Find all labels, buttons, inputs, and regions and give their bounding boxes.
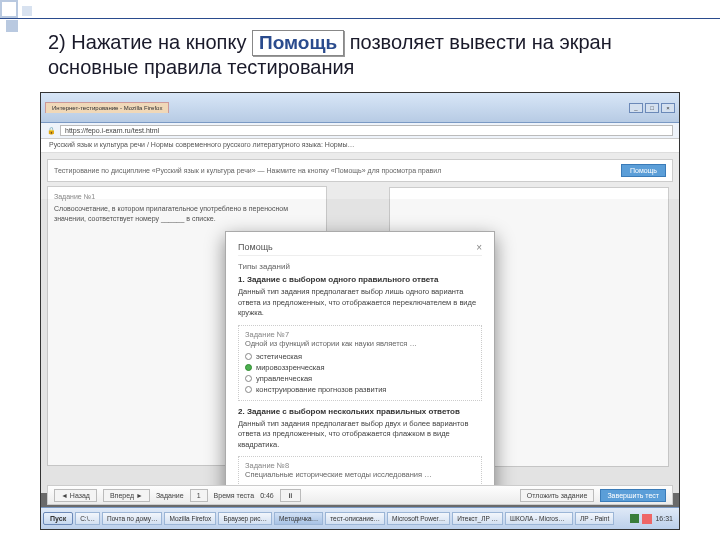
browser-screenshot: Интернет-тестирование - Mozilla Firefox …: [40, 92, 680, 530]
tray-icon[interactable]: [642, 514, 652, 524]
question-header-text: Тестирование по дисциплине «Русский язык…: [54, 167, 441, 174]
modal-title: Помощь: [238, 242, 273, 253]
pause-button[interactable]: ⏸: [280, 489, 301, 502]
example-option[interactable]: конструирование прогнозов развития: [245, 385, 475, 394]
clock: 16:31: [655, 515, 673, 522]
test-content-area: Тестирование по дисциплине «Русский язык…: [41, 153, 679, 493]
modal-example2: Задание №8 Специальные исторические мето…: [238, 456, 482, 488]
close-button[interactable]: ×: [661, 103, 675, 113]
question-header: Тестирование по дисциплине «Русский язык…: [47, 159, 673, 182]
prev-button[interactable]: ◄ Назад: [54, 489, 97, 502]
time-label: Время теста: [214, 492, 255, 499]
modal-backdrop[interactable]: Помощь × Типы заданий 1. Задание с выбор…: [41, 199, 679, 493]
taskbar-item[interactable]: Mozilla Firefox: [164, 512, 216, 525]
instruction-text: 2) Нажатие на кнопку Помощь позволяет вы…: [48, 30, 700, 79]
taskbar-item[interactable]: C:\…: [75, 512, 100, 525]
system-tray: 16:31: [630, 514, 677, 524]
example-option[interactable]: мировоззренческая: [245, 363, 475, 372]
url-bar: 🔒 https://fepo.i-exam.ru/test.html: [41, 123, 679, 139]
taskbar-item[interactable]: Браузер рис…: [218, 512, 272, 525]
question-value[interactable]: 1: [190, 489, 208, 502]
example2-label: Задание №8: [245, 461, 475, 470]
help-button[interactable]: Помощь: [621, 164, 666, 177]
browser-titlebar: Интернет-тестирование - Mozilla Firefox …: [41, 93, 679, 123]
taskbar-item[interactable]: Итекст_ЛР …: [452, 512, 503, 525]
modal-close-icon[interactable]: ×: [476, 242, 482, 253]
lock-icon: 🔒: [47, 127, 56, 135]
finish-button[interactable]: Завершить тест: [600, 489, 666, 502]
window-controls: _ □ ×: [629, 103, 675, 113]
minimize-button[interactable]: _: [629, 103, 643, 113]
taskbar-item[interactable]: Microsoft Power…: [387, 512, 450, 525]
taskbar-item[interactable]: Методичка…: [274, 512, 323, 525]
taskbar-item[interactable]: ЛР - Paint: [575, 512, 614, 525]
modal-section1-heading: 1. Задание с выбором одного правильного …: [238, 275, 482, 284]
next-button[interactable]: Вперед ►: [103, 489, 150, 502]
example2-question: Специальные исторические методы исследов…: [245, 470, 475, 479]
maximize-button[interactable]: □: [645, 103, 659, 113]
instruction-prefix: 2) Нажатие на кнопку: [48, 31, 246, 53]
slide-decoration: [0, 0, 40, 40]
taskbar-item[interactable]: тест-описание…: [325, 512, 385, 525]
time-value: 0:46: [260, 492, 274, 499]
breadcrumb: Русский язык и культура речи / Нормы сов…: [41, 139, 679, 153]
modal-subtitle: Типы заданий: [238, 262, 482, 271]
modal-example1: Задание №7 Одной из функций истории как …: [238, 325, 482, 401]
taskbar-item[interactable]: Почта по дому…: [102, 512, 163, 525]
example1-label: Задание №7: [245, 330, 475, 339]
taskbar-item[interactable]: ШКОЛА - Microsof…: [505, 512, 573, 525]
tray-icon[interactable]: [630, 514, 639, 523]
example-option[interactable]: эстетическая: [245, 352, 475, 361]
help-button-illustration: Помощь: [252, 30, 344, 56]
help-modal: Помощь × Типы заданий 1. Задание с выбор…: [225, 231, 495, 493]
start-button[interactable]: Пуск: [43, 512, 73, 525]
browser-tab[interactable]: Интернет-тестирование - Mozilla Firefox: [45, 102, 169, 113]
windows-taskbar: Пуск C:\… Почта по дому… Mozilla Firefox…: [41, 507, 679, 529]
question-label: Задание: [156, 492, 184, 499]
modal-section1-text: Данный тип задания предполагает выбор ли…: [238, 287, 482, 319]
url-field[interactable]: https://fepo.i-exam.ru/test.html: [60, 125, 673, 136]
modal-section2-heading: 2. Задание с выбором нескольких правильн…: [238, 407, 482, 416]
test-toolbar: ◄ Назад Вперед ► Задание 1 Время теста 0…: [47, 485, 673, 505]
postpone-button[interactable]: Отложить задание: [520, 489, 595, 502]
example1-question: Одной из функций истории как науки являе…: [245, 339, 475, 348]
example-option[interactable]: управленческая: [245, 374, 475, 383]
modal-section2-text: Данный тип задания предполагает выбор дв…: [238, 419, 482, 451]
